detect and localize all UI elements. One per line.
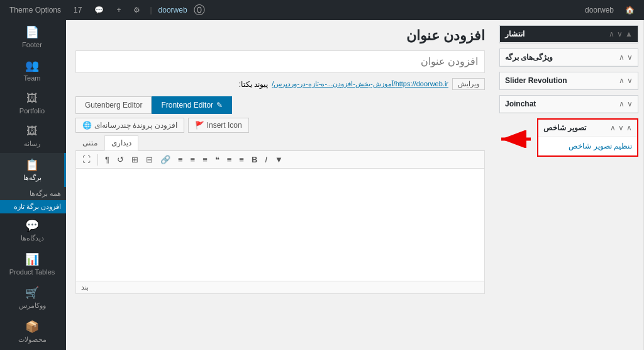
align-center-btn[interactable]: ≡: [188, 154, 198, 166]
tab-visual[interactable]: دیداری: [104, 135, 138, 150]
sidebar-item-team[interactable]: 👥 Team: [0, 54, 66, 87]
publish-title: انتشار: [505, 30, 525, 38]
joinchat-up-btn[interactable]: ∧: [619, 99, 625, 108]
meta-box-publish: ▲ ∨ ∧ انتشار: [499, 25, 638, 43]
sidebar-label-media: رسانه: [24, 140, 40, 148]
post-title-input[interactable]: [75, 50, 485, 73]
editor-content-area[interactable]: [75, 168, 485, 281]
sidebar-item-product-tables[interactable]: 📊 Product Tables: [0, 247, 66, 281]
hr-btn[interactable]: ⊟: [143, 154, 155, 166]
italic-btn[interactable]: I: [262, 154, 270, 166]
admin-bar-right: ⓪ doorweb | ⚙ + 💬 17 Theme Options: [6, 3, 205, 18]
meta-box-featured-image: ∧ ∨ ∧ تصویر شاخص تنظیم تصویر شاخص: [537, 118, 638, 157]
featured-img-collapse-btn[interactable]: ∧: [626, 123, 632, 132]
blockquote-btn[interactable]: ❝: [213, 154, 222, 166]
sidebar-add-page[interactable]: افزودن برگهٔ تازه: [0, 200, 66, 213]
user-name[interactable]: doorweb: [582, 6, 617, 14]
expand-btn[interactable]: ⛶: [80, 154, 93, 166]
multilang-icon: 🌐: [82, 121, 92, 130]
tab-text[interactable]: متنی: [75, 135, 104, 150]
featured-img-up-btn[interactable]: ∧: [610, 123, 616, 132]
featured-image-header[interactable]: ∧ ∨ ∧ تصویر شاخص: [538, 120, 637, 137]
admin-bar: ⓪ doorweb | ⚙ + 💬 17 Theme Options doorw…: [0, 0, 644, 20]
pages-icon: 📋: [25, 158, 39, 172]
featured-image-row: ∧ ∨ ∧ تصویر شاخص تنظیم تصویر شاخص: [499, 118, 638, 162]
editor-status-text: بند: [81, 283, 89, 291]
slider-down-btn[interactable]: ∨: [627, 76, 633, 85]
slider-header[interactable]: ∨ ∧ Slider Revolution: [500, 72, 638, 89]
permalink-row: ویرایش https://doorweb.ir/آموزش-بخش-افزو…: [75, 78, 485, 90]
insert-icon-label: Insert Icon: [207, 121, 242, 130]
product-tables-icon: 📊: [25, 252, 39, 266]
sidebar-all-pages[interactable]: همه برگه‌ها: [0, 187, 66, 200]
customize-icon[interactable]: ⚙: [130, 6, 143, 14]
sidebar-label-team: Team: [24, 74, 41, 82]
link-btn[interactable]: 🔗: [158, 154, 173, 166]
flag-icon: 🚩: [195, 121, 204, 130]
page-attributes-title: ویژگی‌های برگه: [505, 53, 553, 62]
page-heading: افزودن عنوان: [406, 28, 485, 44]
content-tab-bar: متنی دیداری: [75, 135, 485, 150]
site-name[interactable]: doorweb: [158, 6, 187, 14]
sidebar-item-portfolio[interactable]: 🖼 Portfolio: [0, 87, 66, 120]
views-icon: 💬: [25, 218, 39, 232]
table-btn[interactable]: ⊞: [129, 154, 141, 166]
sidebar-item-woocommerce[interactable]: 🛒 ووکامرس: [0, 281, 66, 315]
sidebar-label-views: دیدگاه‌ها: [21, 234, 44, 242]
comments-icon[interactable]: 💬: [91, 6, 107, 14]
sidebar-label-portfolio: Portfolio: [19, 107, 45, 115]
featured-img-down-btn[interactable]: ∨: [618, 123, 624, 132]
insert-icon-btn[interactable]: Insert Icon 🚩: [188, 118, 249, 133]
ordered-list-btn[interactable]: ≡: [236, 154, 247, 166]
sidebar-label-footer: Footer: [22, 41, 42, 48]
publish-header[interactable]: ▲ ∨ ∧ انتشار: [500, 26, 638, 43]
publish-down-btn[interactable]: ∨: [617, 30, 623, 38]
footer-icon: 📄: [25, 25, 39, 39]
frontend-editor-tab[interactable]: Frontend Editor: [152, 96, 232, 114]
undo-btn[interactable]: ↺: [114, 154, 126, 166]
meta-panel: ▲ ∨ ∧ انتشار ∨ ∧ ویژگی‌های برگه: [494, 20, 644, 350]
page-attr-up-btn[interactable]: ∧: [619, 53, 625, 62]
permalink-url[interactable]: https://doorweb.ir/آموزش-بخش-افزودن...-ه…: [272, 80, 448, 88]
publish-toggle-btn[interactable]: ▲: [625, 30, 633, 38]
wp-logo-icon[interactable]: ⓪: [194, 3, 205, 18]
page-attributes-header[interactable]: ∨ ∧ ویژگی‌های برگه: [500, 49, 638, 66]
sidebar-label-pages: برگه‌ها: [23, 174, 42, 182]
meta-box-page-attributes: ∨ ∧ ویژگی‌های برگه: [499, 48, 638, 67]
team-icon: 👥: [25, 59, 39, 72]
multilang-label: افزودن پرونده‌ٔ چندرسانه‌ای: [94, 121, 177, 130]
permalink-edit-button[interactable]: ویرایش: [452, 78, 485, 90]
bold-btn[interactable]: B: [249, 154, 260, 166]
align-left-btn[interactable]: ≡: [175, 154, 186, 166]
sidebar-label-product-tables: Product Tables: [9, 268, 55, 276]
more-btn[interactable]: ▼: [272, 154, 286, 166]
page-attr-down-btn[interactable]: ∨: [627, 53, 633, 62]
joinchat-title: Joinchat: [505, 99, 536, 108]
sidebar-item-media[interactable]: 🖼 رسانه: [0, 120, 66, 153]
joinchat-header[interactable]: ∨ ∧ Joinchat: [500, 96, 638, 113]
set-featured-image-link[interactable]: تنظیم تصویر شاخص: [569, 142, 632, 150]
slider-up-btn[interactable]: ∧: [619, 76, 625, 85]
publish-up-btn[interactable]: ∧: [609, 30, 614, 38]
sidebar-item-views[interactable]: 💬 دیدگاه‌ها: [0, 213, 66, 247]
gutenberg-editor-tab[interactable]: Gutenberg Editor: [75, 96, 152, 114]
red-arrow: [496, 130, 534, 150]
updates-count[interactable]: 17: [70, 6, 85, 14]
theme-options-btn[interactable]: Theme Options: [6, 6, 64, 14]
sidebar-label-woocommerce: ووکامرس: [19, 302, 46, 310]
multilang-btn[interactable]: افزودن پرونده‌ٔ چندرسانه‌ای 🌐: [75, 118, 184, 133]
sidebar-item-footer[interactable]: 📄 Footer: [0, 20, 66, 54]
list-btn[interactable]: ≡: [225, 154, 235, 166]
editor-toolbar: ⛶ ¶ ↺ ⊞ ⊟ 🔗 ≡ ≡ ≡ ❝ ≡ ≡ B I ▼: [75, 150, 485, 168]
joinchat-down-btn[interactable]: ∨: [627, 99, 633, 108]
sidebar-item-products[interactable]: 📦 محصولات: [0, 315, 66, 349]
paragraph-btn[interactable]: ¶: [103, 154, 112, 166]
main-wrapper: 📄 Footer 👥 Team 🖼 Portfolio 🖼 رسانه 📋 بر…: [0, 20, 644, 350]
sidebar: 📄 Footer 👥 Team 🖼 Portfolio 🖼 رسانه 📋 بر…: [0, 20, 66, 350]
toolbar-sep-1: [97, 154, 98, 166]
align-right-btn[interactable]: ≡: [200, 154, 210, 166]
new-content-icon[interactable]: +: [113, 6, 124, 14]
home-icon[interactable]: 🏠: [622, 6, 638, 14]
sidebar-item-pages[interactable]: 📋 برگه‌ها: [0, 153, 66, 187]
portfolio-icon: 🖼: [26, 92, 38, 105]
